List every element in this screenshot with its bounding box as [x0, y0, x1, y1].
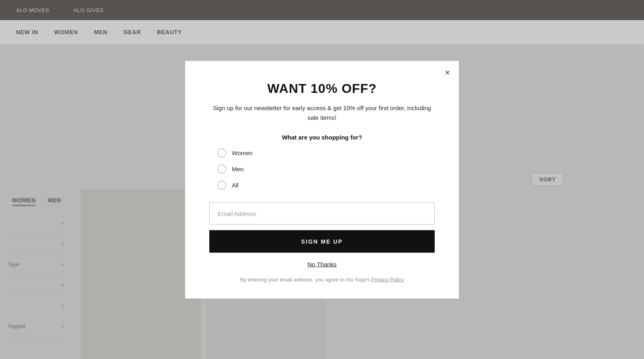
- email-input[interactable]: [209, 202, 435, 224]
- modal-subtitle: Sign up for our newsletter for early acc…: [209, 103, 435, 122]
- modal-question: What are you shopping for?: [209, 133, 435, 140]
- radio-circle-women: [217, 148, 226, 157]
- modal-close-button[interactable]: ×: [445, 68, 450, 77]
- radio-women[interactable]: Women: [217, 148, 435, 157]
- signup-button[interactable]: SIGN ME UP: [209, 230, 435, 252]
- radio-label-women: Women: [232, 150, 252, 156]
- newsletter-modal: × WANT 10% OFF? Sign up for our newslett…: [185, 61, 459, 298]
- shopping-radio-group: Women Men All: [209, 148, 435, 189]
- radio-circle-all: [217, 181, 226, 189]
- no-thanks-button[interactable]: No Thanks: [209, 261, 435, 267]
- privacy-policy-link[interactable]: Privacy Policy: [371, 276, 404, 282]
- radio-circle-men: [217, 164, 226, 173]
- radio-label-all: All: [232, 182, 239, 189]
- radio-label-men: Men: [232, 166, 244, 172]
- modal-title: WANT 10% OFF?: [209, 81, 435, 96]
- radio-men[interactable]: Men: [217, 164, 435, 173]
- privacy-note: By entering your email address, you agre…: [209, 276, 435, 282]
- privacy-text: By entering your email address, you agre…: [240, 276, 370, 282]
- radio-all[interactable]: All: [217, 181, 435, 189]
